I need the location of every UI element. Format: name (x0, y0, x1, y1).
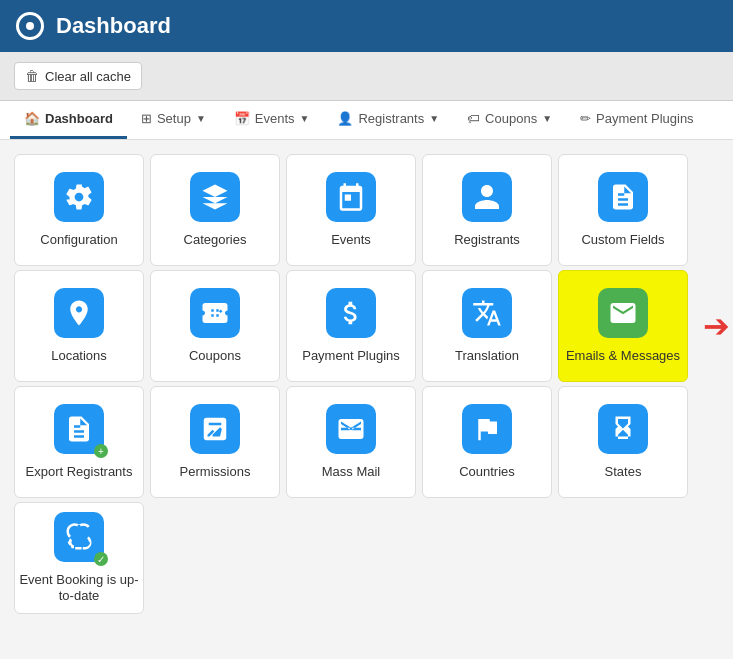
calc-icon (190, 404, 240, 454)
card-permissions-label: Permissions (180, 464, 251, 480)
nav-setup[interactable]: ⊞ Setup ▼ (127, 101, 220, 139)
nav-registrants[interactable]: 👤 Registrants ▼ (323, 101, 453, 139)
card-translation[interactable]: Translation (422, 270, 552, 382)
chevron-down-icon: ▼ (542, 113, 552, 124)
toolbar: 🗑 Clear all cache (0, 52, 733, 101)
email-icon (598, 288, 648, 338)
csv-badge: + (94, 444, 108, 458)
card-export-registrants[interactable]: + Export Registrants (14, 386, 144, 498)
card-emails-messages-label: Emails & Messages (566, 348, 680, 364)
card-export-registrants-label: Export Registrants (26, 464, 133, 480)
card-states[interactable]: States (558, 386, 688, 498)
card-configuration[interactable]: Configuration (14, 154, 144, 266)
card-permissions[interactable]: Permissions (150, 386, 280, 498)
card-events[interactable]: Events (286, 154, 416, 266)
nav-coupons[interactable]: 🏷 Coupons ▼ (453, 101, 566, 139)
nav-registrants-label: Registrants (358, 111, 424, 126)
nav-dashboard[interactable]: 🏠 Dashboard (10, 101, 127, 139)
card-events-label: Events (331, 232, 371, 248)
chevron-down-icon: ▼ (300, 113, 310, 124)
card-registrants-label: Registrants (454, 232, 520, 248)
doc-icon (598, 172, 648, 222)
card-locations[interactable]: Locations (14, 270, 144, 382)
person-icon (462, 172, 512, 222)
joomla-badge: ✓ (94, 552, 108, 566)
user-icon: 👤 (337, 111, 353, 126)
page-title: Dashboard (56, 13, 171, 39)
dashboard-grid: Configuration Categories Events Registra… (0, 140, 733, 628)
grid-row-1: Configuration Categories Events Registra… (14, 154, 719, 266)
trash-icon: 🗑 (25, 68, 39, 84)
hourglass-icon (598, 404, 648, 454)
mail-icon (326, 404, 376, 454)
card-categories-label: Categories (184, 232, 247, 248)
nav-events-label: Events (255, 111, 295, 126)
nav-coupons-label: Coupons (485, 111, 537, 126)
card-states-label: States (605, 464, 642, 480)
card-emails-messages[interactable]: Emails & Messages (558, 270, 688, 382)
card-locations-label: Locations (51, 348, 107, 364)
clear-cache-label: Clear all cache (45, 69, 131, 84)
card-payment-plugins-label: Payment Plugins (302, 348, 400, 364)
layers-icon (190, 172, 240, 222)
chevron-down-icon: ▼ (429, 113, 439, 124)
gear-icon (54, 172, 104, 222)
page-header: Dashboard (0, 0, 733, 52)
nav-setup-label: Setup (157, 111, 191, 126)
card-countries[interactable]: Countries (422, 386, 552, 498)
grid-row-2: Locations Coupons Payment Plugins Transl… (14, 270, 719, 382)
dashboard-icon (16, 12, 44, 40)
card-coupons-label: Coupons (189, 348, 241, 364)
list-icon: ⊞ (141, 111, 152, 126)
card-coupons[interactable]: Coupons (150, 270, 280, 382)
translate-icon (462, 288, 512, 338)
location-icon (54, 288, 104, 338)
pencil-icon: ✏ (580, 111, 591, 126)
nav-events[interactable]: 📅 Events ▼ (220, 101, 324, 139)
nav-payment-plugins[interactable]: ✏ Payment Plugins (566, 101, 708, 139)
card-event-booking-label: Event Booking is up-to-date (15, 572, 143, 603)
card-custom-fields-label: Custom Fields (581, 232, 664, 248)
main-nav: 🏠 Dashboard ⊞ Setup ▼ 📅 Events ▼ 👤 Regis… (0, 101, 733, 140)
grid-row-4: ✓ Event Booking is up-to-date (14, 502, 719, 614)
home-icon: 🏠 (24, 111, 40, 126)
card-configuration-label: Configuration (40, 232, 117, 248)
card-translation-label: Translation (455, 348, 519, 364)
clear-cache-button[interactable]: 🗑 Clear all cache (14, 62, 142, 90)
card-emails-messages-wrapper: Emails & Messages ➔ (558, 270, 688, 382)
nav-dashboard-label: Dashboard (45, 111, 113, 126)
card-registrants[interactable]: Registrants (422, 154, 552, 266)
flag-icon (462, 404, 512, 454)
grid-row-3: + Export Registrants Permissions Mass Ma… (14, 386, 719, 498)
joomla-icon: ✓ (54, 512, 104, 562)
arrow-icon: ➔ (703, 310, 730, 342)
calendar-7-icon (326, 172, 376, 222)
chevron-down-icon: ▼ (196, 113, 206, 124)
card-categories[interactable]: Categories (150, 154, 280, 266)
calendar-icon: 📅 (234, 111, 250, 126)
tag-icon: 🏷 (467, 111, 480, 126)
nav-payment-plugins-label: Payment Plugins (596, 111, 694, 126)
dollar-icon (326, 288, 376, 338)
card-mass-mail-label: Mass Mail (322, 464, 381, 480)
card-event-booking[interactable]: ✓ Event Booking is up-to-date (14, 502, 144, 614)
coupon-icon (190, 288, 240, 338)
card-payment-plugins[interactable]: Payment Plugins (286, 270, 416, 382)
card-countries-label: Countries (459, 464, 515, 480)
card-mass-mail[interactable]: Mass Mail (286, 386, 416, 498)
csv-icon: + (54, 404, 104, 454)
card-custom-fields[interactable]: Custom Fields (558, 154, 688, 266)
